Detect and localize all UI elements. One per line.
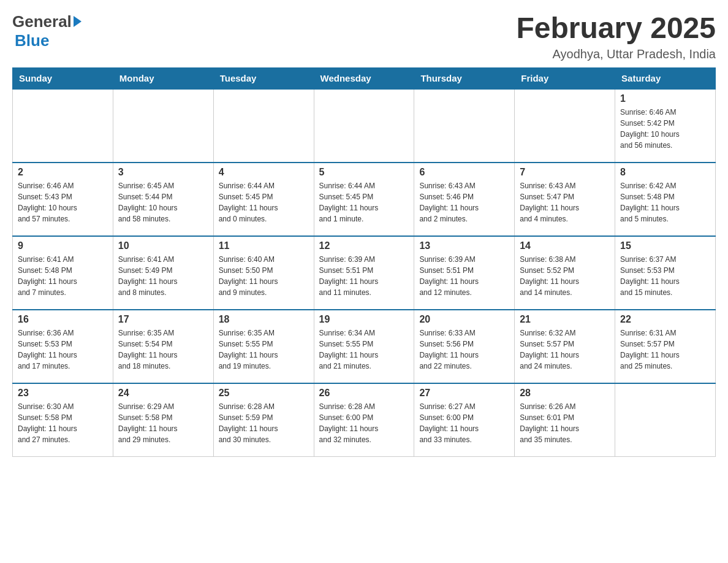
logo-blue-text: Blue	[15, 31, 49, 50]
calendar-cell	[314, 89, 414, 163]
day-number: 10	[118, 240, 208, 251]
day-info: Sunrise: 6:41 AM Sunset: 5:48 PM Dayligh…	[18, 254, 108, 298]
day-number: 9	[18, 240, 108, 251]
day-of-week-saturday: Saturday	[615, 67, 716, 89]
day-info: Sunrise: 6:40 AM Sunset: 5:50 PM Dayligh…	[219, 254, 309, 298]
day-info: Sunrise: 6:37 AM Sunset: 5:53 PM Dayligh…	[620, 254, 710, 298]
calendar-cell: 13Sunrise: 6:39 AM Sunset: 5:51 PM Dayli…	[414, 236, 515, 310]
calendar-cell: 28Sunrise: 6:26 AM Sunset: 6:01 PM Dayli…	[515, 383, 615, 457]
day-info: Sunrise: 6:43 AM Sunset: 5:47 PM Dayligh…	[520, 180, 610, 224]
calendar-cell: 5Sunrise: 6:44 AM Sunset: 5:45 PM Daylig…	[314, 163, 414, 236]
logo: General Blue	[12, 12, 82, 50]
day-number: 19	[319, 314, 409, 325]
day-number: 12	[319, 240, 409, 251]
day-info: Sunrise: 6:34 AM Sunset: 5:55 PM Dayligh…	[319, 327, 409, 372]
day-info: Sunrise: 6:44 AM Sunset: 5:45 PM Dayligh…	[319, 180, 409, 224]
month-title: February 2025	[516, 12, 716, 45]
calendar-week-1: 1Sunrise: 6:46 AM Sunset: 5:42 PM Daylig…	[13, 89, 716, 163]
calendar-cell	[615, 383, 716, 457]
day-info: Sunrise: 6:30 AM Sunset: 5:58 PM Dayligh…	[18, 401, 108, 445]
day-info: Sunrise: 6:28 AM Sunset: 6:00 PM Dayligh…	[319, 401, 409, 445]
calendar-cell	[213, 89, 314, 163]
day-info: Sunrise: 6:38 AM Sunset: 5:52 PM Dayligh…	[520, 254, 610, 298]
day-of-week-wednesday: Wednesday	[314, 67, 414, 89]
title-section: February 2025 Ayodhya, Uttar Pradesh, In…	[516, 12, 716, 61]
day-of-week-monday: Monday	[113, 67, 213, 89]
calendar-cell: 21Sunrise: 6:32 AM Sunset: 5:57 PM Dayli…	[515, 310, 615, 383]
day-number: 16	[18, 314, 108, 325]
day-of-week-friday: Friday	[515, 67, 615, 89]
calendar-cell: 1Sunrise: 6:46 AM Sunset: 5:42 PM Daylig…	[615, 89, 716, 163]
day-number: 4	[219, 167, 309, 178]
day-info: Sunrise: 6:42 AM Sunset: 5:48 PM Dayligh…	[620, 180, 710, 224]
day-info: Sunrise: 6:29 AM Sunset: 5:58 PM Dayligh…	[118, 401, 208, 445]
day-info: Sunrise: 6:41 AM Sunset: 5:49 PM Dayligh…	[118, 254, 208, 298]
day-number: 28	[520, 388, 610, 399]
calendar-cell: 8Sunrise: 6:42 AM Sunset: 5:48 PM Daylig…	[615, 163, 716, 236]
day-info: Sunrise: 6:36 AM Sunset: 5:53 PM Dayligh…	[18, 327, 108, 372]
calendar-cell: 24Sunrise: 6:29 AM Sunset: 5:58 PM Dayli…	[113, 383, 213, 457]
day-info: Sunrise: 6:46 AM Sunset: 5:43 PM Dayligh…	[18, 180, 108, 224]
day-number: 21	[520, 314, 610, 325]
day-info: Sunrise: 6:45 AM Sunset: 5:44 PM Dayligh…	[118, 180, 208, 224]
day-info: Sunrise: 6:46 AM Sunset: 5:42 PM Dayligh…	[620, 107, 710, 151]
calendar-cell: 17Sunrise: 6:35 AM Sunset: 5:54 PM Dayli…	[113, 310, 213, 383]
calendar-cell	[113, 89, 213, 163]
day-info: Sunrise: 6:39 AM Sunset: 5:51 PM Dayligh…	[319, 254, 409, 298]
calendar-cell: 3Sunrise: 6:45 AM Sunset: 5:44 PM Daylig…	[113, 163, 213, 236]
calendar-week-2: 2Sunrise: 6:46 AM Sunset: 5:43 PM Daylig…	[13, 163, 716, 236]
day-info: Sunrise: 6:31 AM Sunset: 5:57 PM Dayligh…	[620, 327, 710, 372]
calendar-cell: 22Sunrise: 6:31 AM Sunset: 5:57 PM Dayli…	[615, 310, 716, 383]
day-info: Sunrise: 6:39 AM Sunset: 5:51 PM Dayligh…	[419, 254, 509, 298]
day-number: 27	[419, 388, 509, 399]
day-info: Sunrise: 6:26 AM Sunset: 6:01 PM Dayligh…	[520, 401, 610, 445]
day-number: 17	[118, 314, 208, 325]
day-of-week-sunday: Sunday	[13, 67, 113, 89]
day-number: 20	[419, 314, 509, 325]
day-number: 8	[620, 167, 710, 178]
calendar-cell: 14Sunrise: 6:38 AM Sunset: 5:52 PM Dayli…	[515, 236, 615, 310]
logo-general-text: General	[12, 12, 72, 31]
location-text: Ayodhya, Uttar Pradesh, India	[516, 47, 716, 61]
day-number: 7	[520, 167, 610, 178]
day-number: 23	[18, 388, 108, 399]
calendar-cell: 2Sunrise: 6:46 AM Sunset: 5:43 PM Daylig…	[13, 163, 113, 236]
day-info: Sunrise: 6:35 AM Sunset: 5:54 PM Dayligh…	[118, 327, 208, 372]
calendar-cell	[515, 89, 615, 163]
day-info: Sunrise: 6:28 AM Sunset: 5:59 PM Dayligh…	[219, 401, 309, 445]
calendar-cell: 11Sunrise: 6:40 AM Sunset: 5:50 PM Dayli…	[213, 236, 314, 310]
calendar-cell: 16Sunrise: 6:36 AM Sunset: 5:53 PM Dayli…	[13, 310, 113, 383]
calendar-cell: 10Sunrise: 6:41 AM Sunset: 5:49 PM Dayli…	[113, 236, 213, 310]
day-info: Sunrise: 6:43 AM Sunset: 5:46 PM Dayligh…	[419, 180, 509, 224]
calendar-week-3: 9Sunrise: 6:41 AM Sunset: 5:48 PM Daylig…	[13, 236, 716, 310]
day-number: 18	[219, 314, 309, 325]
calendar-cell: 7Sunrise: 6:43 AM Sunset: 5:47 PM Daylig…	[515, 163, 615, 236]
calendar-cell	[13, 89, 113, 163]
day-info: Sunrise: 6:27 AM Sunset: 6:00 PM Dayligh…	[419, 401, 509, 445]
day-number: 22	[620, 314, 710, 325]
calendar-cell: 26Sunrise: 6:28 AM Sunset: 6:00 PM Dayli…	[314, 383, 414, 457]
calendar-cell: 12Sunrise: 6:39 AM Sunset: 5:51 PM Dayli…	[314, 236, 414, 310]
calendar-cell: 20Sunrise: 6:33 AM Sunset: 5:56 PM Dayli…	[414, 310, 515, 383]
calendar-cell	[414, 89, 515, 163]
calendar-cell: 4Sunrise: 6:44 AM Sunset: 5:45 PM Daylig…	[213, 163, 314, 236]
calendar-cell: 18Sunrise: 6:35 AM Sunset: 5:55 PM Dayli…	[213, 310, 314, 383]
day-number: 25	[219, 388, 309, 399]
day-of-week-tuesday: Tuesday	[213, 67, 314, 89]
calendar-table: SundayMondayTuesdayWednesdayThursdayFrid…	[12, 67, 716, 458]
day-info: Sunrise: 6:35 AM Sunset: 5:55 PM Dayligh…	[219, 327, 309, 372]
calendar-week-5: 23Sunrise: 6:30 AM Sunset: 5:58 PM Dayli…	[13, 383, 716, 457]
day-number: 2	[18, 167, 108, 178]
day-number: 24	[118, 388, 208, 399]
calendar-cell: 23Sunrise: 6:30 AM Sunset: 5:58 PM Dayli…	[13, 383, 113, 457]
calendar-cell: 25Sunrise: 6:28 AM Sunset: 5:59 PM Dayli…	[213, 383, 314, 457]
day-number: 11	[219, 240, 309, 251]
day-number: 26	[319, 388, 409, 399]
calendar-cell: 27Sunrise: 6:27 AM Sunset: 6:00 PM Dayli…	[414, 383, 515, 457]
calendar-cell: 9Sunrise: 6:41 AM Sunset: 5:48 PM Daylig…	[13, 236, 113, 310]
day-info: Sunrise: 6:32 AM Sunset: 5:57 PM Dayligh…	[520, 327, 610, 372]
day-of-week-thursday: Thursday	[414, 67, 515, 89]
day-number: 1	[620, 93, 710, 104]
calendar-cell: 19Sunrise: 6:34 AM Sunset: 5:55 PM Dayli…	[314, 310, 414, 383]
day-number: 15	[620, 240, 710, 251]
